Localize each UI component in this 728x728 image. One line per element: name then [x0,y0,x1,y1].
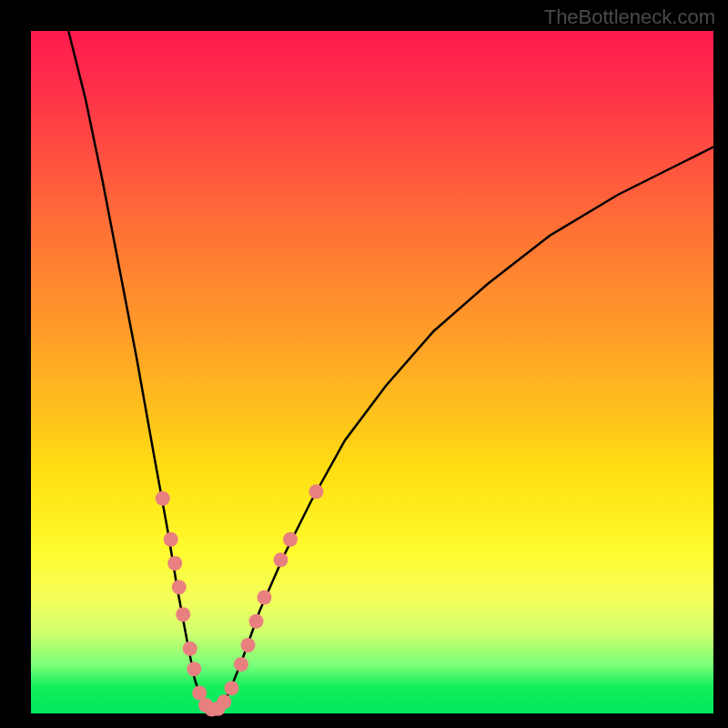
data-marker [234,657,248,672]
data-marker [167,556,182,571]
watermark-text: TheBottleneck.com [544,5,715,29]
data-marker [283,532,298,547]
data-marker [225,681,239,695]
data-marker [187,662,201,676]
data-marker [249,614,264,629]
data-marker [183,642,197,656]
data-marker [172,580,187,594]
data-marker [258,591,272,605]
data-marker [217,694,231,709]
chart-svg [31,31,713,713]
data-marker [176,607,190,622]
plot-area [31,31,713,713]
data-marker [241,638,256,652]
data-marker [156,491,170,506]
bottleneck-curve [68,31,713,710]
data-marker [309,484,324,499]
data-marker [164,532,178,547]
data-marker [274,552,288,567]
chart-frame: TheBottleneck.com [0,0,728,728]
